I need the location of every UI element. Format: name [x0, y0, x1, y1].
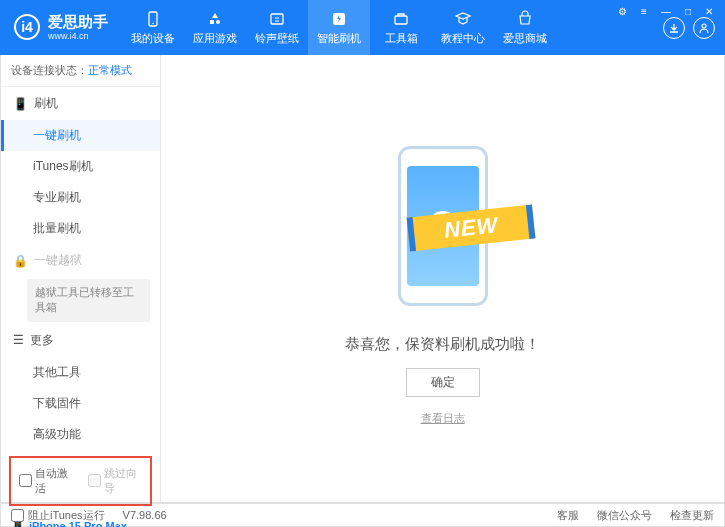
sidebar-section-more[interactable]: ☰更多	[1, 324, 160, 357]
phone-icon: 📱	[13, 97, 28, 111]
apps-icon	[206, 10, 224, 28]
nav-toolbox[interactable]: 工具箱	[370, 0, 432, 55]
nav-my-device[interactable]: 我的设备	[122, 0, 184, 55]
user-button[interactable]	[693, 17, 715, 39]
status-value: 正常模式	[88, 64, 132, 76]
download-button[interactable]	[663, 17, 685, 39]
device-icon	[144, 10, 162, 28]
footer-wechat[interactable]: 微信公众号	[597, 508, 652, 523]
sidebar-item-other-tools[interactable]: 其他工具	[1, 357, 160, 388]
highlighted-options: 自动激活 跳过向导	[9, 456, 152, 506]
checkbox-block-itunes[interactable]: 阻止iTunes运行	[11, 508, 105, 523]
nav-flash[interactable]: 智能刷机	[308, 0, 370, 55]
success-illustration: ✓ NEW	[368, 131, 518, 321]
view-log-link[interactable]: 查看日志	[421, 411, 465, 426]
sidebar-item-batch-flash[interactable]: 批量刷机	[1, 213, 160, 244]
sidebar-item-download-fw[interactable]: 下载固件	[1, 388, 160, 419]
toolbox-icon	[392, 10, 410, 28]
nav-apps[interactable]: 应用游戏	[184, 0, 246, 55]
main-content: ✓ NEW 恭喜您，保资料刷机成功啦！ 确定 查看日志	[161, 55, 724, 502]
store-icon	[516, 10, 534, 28]
sidebar-section-flash[interactable]: 📱刷机	[1, 87, 160, 120]
svg-point-1	[152, 22, 154, 24]
close-icon[interactable]: ✕	[701, 4, 717, 19]
app-subtitle: www.i4.cn	[48, 31, 108, 42]
footer-check-update[interactable]: 检查更新	[670, 508, 714, 523]
checkbox-skip-guide[interactable]: 跳过向导	[88, 466, 143, 496]
list-icon: ☰	[13, 333, 24, 347]
connection-status: 设备连接状态：正常模式	[1, 55, 160, 87]
svg-point-5	[702, 24, 706, 28]
logo-icon: i4	[14, 14, 40, 40]
jailbreak-note: 越狱工具已转移至工具箱	[27, 279, 150, 322]
svg-rect-4	[395, 16, 407, 24]
logo: i4 爱思助手 www.i4.cn	[0, 13, 122, 42]
sidebar-item-oneclick-flash[interactable]: 一键刷机	[1, 120, 160, 151]
flash-icon	[330, 10, 348, 28]
nav-ringtone[interactable]: 铃声壁纸	[246, 0, 308, 55]
menu-icon[interactable]: ≡	[637, 4, 651, 19]
svg-rect-2	[271, 14, 283, 24]
maximize-icon[interactable]: □	[681, 4, 695, 19]
nav-store[interactable]: 爱思商城	[494, 0, 556, 55]
lock-icon: 🔒	[13, 254, 28, 268]
sidebar-item-pro-flash[interactable]: 专业刷机	[1, 182, 160, 213]
sidebar-section-jailbreak[interactable]: 🔒一键越狱	[1, 244, 160, 277]
success-message: 恭喜您，保资料刷机成功啦！	[345, 335, 540, 354]
sidebar-item-advanced[interactable]: 高级功能	[1, 419, 160, 450]
footer-support[interactable]: 客服	[557, 508, 579, 523]
sidebar: 设备连接状态：正常模式 📱刷机 一键刷机 iTunes刷机 专业刷机 批量刷机 …	[1, 55, 161, 502]
top-nav: 我的设备 应用游戏 铃声壁纸 智能刷机 工具箱 教程中心 爱思商城	[122, 0, 556, 55]
minimize-icon[interactable]: —	[657, 4, 675, 19]
version-label: V7.98.66	[123, 509, 167, 521]
nav-tutorial[interactable]: 教程中心	[432, 0, 494, 55]
settings-icon[interactable]: ⚙	[614, 4, 631, 19]
ok-button[interactable]: 确定	[406, 368, 480, 397]
tutorial-icon	[454, 10, 472, 28]
checkbox-auto-activate[interactable]: 自动激活	[19, 466, 74, 496]
ringtone-icon	[268, 10, 286, 28]
app-title: 爱思助手	[48, 13, 108, 31]
sidebar-item-itunes-flash[interactable]: iTunes刷机	[1, 151, 160, 182]
